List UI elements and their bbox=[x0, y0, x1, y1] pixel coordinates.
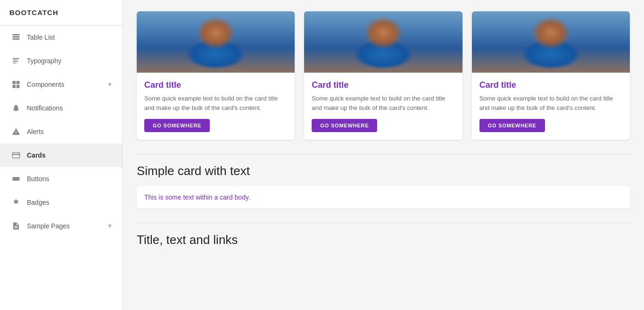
card-text-1: Some quick example text to build on the … bbox=[144, 94, 287, 112]
svg-rect-13 bbox=[13, 177, 20, 181]
card-img-placeholder-2 bbox=[304, 11, 462, 73]
card-image-2 bbox=[304, 11, 462, 73]
svg-rect-5 bbox=[13, 61, 18, 62]
card-img-placeholder-3 bbox=[472, 11, 630, 73]
chevron-down-icon: ▼ bbox=[107, 223, 113, 229]
cards-image-row: Card title Some quick example text to bu… bbox=[137, 11, 630, 140]
card-button-2[interactable]: GO SOMEWHERE bbox=[312, 119, 377, 132]
notifications-icon bbox=[11, 103, 21, 113]
buttons-icon bbox=[11, 174, 21, 184]
svg-rect-1 bbox=[13, 36, 20, 38]
sidebar-item-buttons[interactable]: Buttons bbox=[0, 167, 122, 191]
svg-rect-10 bbox=[17, 85, 20, 88]
card-button-1[interactable]: GO SOMEWHERE bbox=[144, 119, 210, 132]
card-image-1 bbox=[137, 11, 295, 73]
sidebar-item-label: Sample Pages bbox=[27, 222, 70, 230]
svg-rect-0 bbox=[13, 34, 20, 35]
sidebar-item-label: Notifications bbox=[27, 104, 63, 112]
sidebar-item-cards[interactable]: Cards bbox=[0, 143, 122, 167]
svg-rect-8 bbox=[17, 81, 20, 84]
svg-rect-4 bbox=[13, 60, 18, 61]
svg-rect-2 bbox=[13, 38, 20, 40]
card-body-1: Card title Some quick example text to bu… bbox=[137, 73, 295, 140]
card-title-1: Card title bbox=[144, 80, 287, 90]
svg-rect-7 bbox=[13, 81, 16, 84]
card-text-2: Some quick example text to build on the … bbox=[312, 94, 454, 112]
image-card-2: Card title Some quick example text to bu… bbox=[304, 11, 462, 140]
main-content: Card title Some quick example text to bu… bbox=[123, 0, 644, 310]
title-text-links-section-title: Title, text and links bbox=[137, 233, 630, 247]
image-card-1: Card title Some quick example text to bu… bbox=[137, 11, 295, 140]
sidebar-item-badges[interactable]: Badges bbox=[0, 191, 122, 214]
typography-icon bbox=[11, 56, 21, 66]
card-body-3: Card title Some quick example text to bu… bbox=[472, 73, 630, 140]
card-title-3: Card title bbox=[479, 80, 622, 90]
card-title-2: Card title bbox=[312, 80, 454, 90]
pages-icon bbox=[11, 221, 21, 231]
card-img-placeholder-1 bbox=[137, 11, 295, 73]
sidebar-item-label: Badges bbox=[27, 199, 49, 206]
sidebar-item-label: Alerts bbox=[27, 128, 44, 135]
image-card-3: Card title Some quick example text to bu… bbox=[472, 11, 630, 140]
table-icon bbox=[11, 32, 21, 42]
sidebar-item-label: Typography bbox=[27, 57, 61, 65]
svg-rect-3 bbox=[13, 58, 19, 59]
sidebar: BOOTCATCH Table List Typography Componen… bbox=[0, 0, 123, 310]
simple-card-section-title: Simple card with text bbox=[137, 164, 630, 178]
components-icon bbox=[11, 79, 21, 90]
svg-rect-11 bbox=[13, 152, 20, 158]
sidebar-item-typography[interactable]: Typography bbox=[0, 49, 122, 73]
sidebar-item-notifications[interactable]: Notifications bbox=[0, 96, 122, 120]
svg-rect-12 bbox=[13, 154, 20, 155]
card-text-3: Some quick example text to build on the … bbox=[479, 94, 622, 112]
brand-logo: BOOTCATCH bbox=[0, 0, 122, 25]
card-body-2: Card title Some quick example text to bu… bbox=[304, 73, 462, 140]
sidebar-item-alerts[interactable]: Alerts bbox=[0, 120, 122, 143]
simple-text-card: This is some text within a card body. bbox=[137, 186, 630, 209]
alerts-icon bbox=[11, 126, 21, 137]
svg-rect-9 bbox=[13, 85, 16, 88]
sidebar-item-label: Cards bbox=[27, 151, 46, 159]
card-button-3[interactable]: GO SOMEWHERE bbox=[479, 119, 545, 132]
section-divider-1 bbox=[137, 154, 630, 154]
sidebar-item-components[interactable]: Components ▼ bbox=[0, 73, 122, 96]
svg-rect-6 bbox=[13, 63, 17, 64]
chevron-down-icon: ▼ bbox=[107, 81, 113, 88]
cards-icon bbox=[11, 150, 21, 160]
sidebar-item-label: Components bbox=[27, 81, 64, 88]
sidebar-item-sample-pages[interactable]: Sample Pages ▼ bbox=[0, 214, 122, 238]
sidebar-item-label: Table List bbox=[27, 34, 55, 41]
sidebar-item-label: Buttons bbox=[27, 175, 49, 183]
card-image-3 bbox=[472, 11, 630, 73]
sidebar-item-table-list[interactable]: Table List bbox=[0, 25, 122, 49]
badges-icon bbox=[11, 197, 21, 208]
simple-card-body-text: This is some text within a card body. bbox=[144, 193, 622, 201]
section-divider-2 bbox=[137, 223, 630, 223]
